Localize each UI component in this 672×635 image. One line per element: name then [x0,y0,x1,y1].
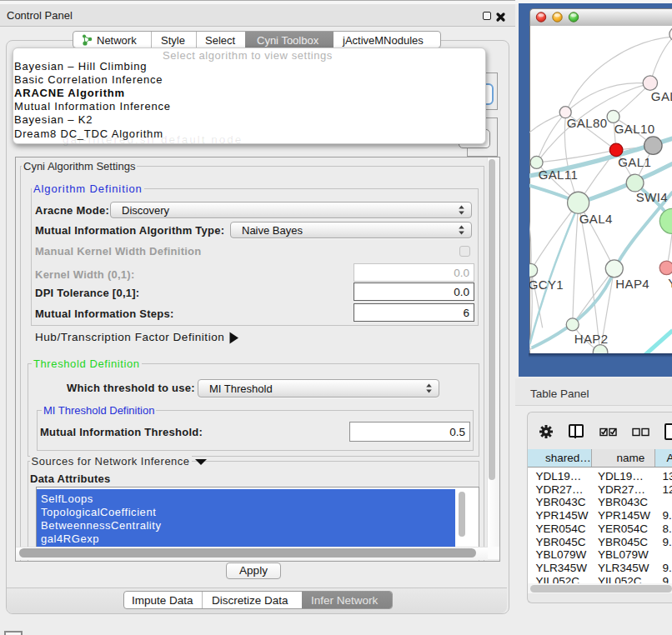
svg-text:HAP2: HAP2 [574,332,608,346]
svg-text:GAL80: GAL80 [566,116,607,130]
svg-text:HAP4: HAP4 [615,277,649,291]
svg-text:GAL10: GAL10 [614,122,654,136]
svg-text:GAL11: GAL11 [538,168,578,182]
svg-text:GAL4: GAL4 [579,212,612,226]
svg-text:GAL7: GAL7 [650,89,672,103]
svg-text:Y: Y [668,276,672,290]
svg-text:GCY1: GCY1 [529,278,564,292]
svg-text:SWI4: SWI4 [635,190,667,204]
svg-text:GAL1: GAL1 [618,155,651,169]
